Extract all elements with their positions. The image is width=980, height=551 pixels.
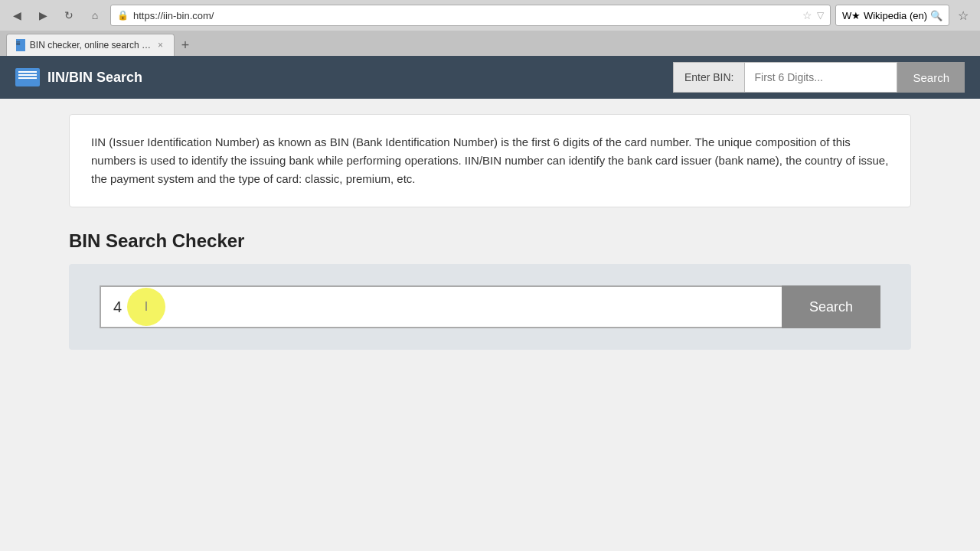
info-text: IIN (Issuer Identification Number) as kn… [91, 133, 889, 188]
header-search: Enter BIN: Search [673, 62, 965, 93]
site-header: IIN/BIN Search Enter BIN: Search [0, 56, 980, 99]
address-bar[interactable]: 🔒 https://iin-bin.com/ ☆ ▽ [110, 5, 831, 26]
active-tab[interactable]: ≡ BIN checker, online search IIN list lo… [6, 34, 175, 56]
section-title: BIN Search Checker [69, 230, 911, 252]
home-button[interactable]: ⌂ [84, 5, 106, 26]
main-content: IIN (Issuer Identification Number) as kn… [0, 99, 980, 365]
site-title: IIN/BIN Search [47, 70, 142, 86]
bin-search-button[interactable]: Search [782, 285, 880, 328]
bin-search-row: I Search [100, 285, 880, 328]
back-button[interactable]: ◀ [6, 5, 28, 26]
page-content: IIN/BIN Search Enter BIN: Search IIN (Is… [0, 56, 980, 551]
site-logo: IIN/BIN Search [15, 68, 142, 86]
bookmark-star-icon[interactable]: ☆ [802, 9, 812, 21]
enter-bin-label: Enter BIN: [673, 62, 745, 93]
header-search-button[interactable]: Search [897, 62, 965, 93]
extension-icon-button[interactable]: ☆ [952, 5, 974, 26]
search-box-area: I Search [69, 264, 911, 350]
forward-button[interactable]: ▶ [32, 5, 54, 26]
right-toolbar: W★ Wikipedia (en) 🔍 ☆ [835, 5, 974, 26]
tab-title: BIN checker, online search IIN list look… [30, 40, 152, 51]
tab-close-button[interactable]: × [156, 40, 165, 51]
bin-main-input[interactable] [100, 285, 782, 328]
browser-chrome: ◀ ▶ ↻ ⌂ 🔒 https://iin-bin.com/ ☆ ▽ W★ Wi… [0, 0, 980, 56]
search-icon: 🔍 [930, 10, 942, 21]
wikipedia-button[interactable]: W★ Wikipedia (en) 🔍 [835, 5, 949, 26]
new-tab-button[interactable]: + [175, 34, 196, 56]
tab-bar: ≡ BIN checker, online search IIN list lo… [0, 31, 980, 56]
dropdown-arrow-icon[interactable]: ▽ [817, 10, 824, 21]
tab-favicon: ≡ [16, 39, 25, 51]
header-bin-input[interactable] [744, 62, 897, 93]
browser-toolbar: ◀ ▶ ↻ ⌂ 🔒 https://iin-bin.com/ ☆ ▽ W★ Wi… [0, 0, 980, 31]
address-url: https://iin-bin.com/ [133, 10, 798, 21]
wikipedia-label: W★ Wikipedia (en) [842, 10, 927, 21]
bin-input-wrapper: I [100, 285, 782, 328]
logo-icon [15, 68, 40, 86]
ssl-lock-icon: 🔒 [117, 10, 129, 21]
reload-button[interactable]: ↻ [58, 5, 80, 26]
info-box: IIN (Issuer Identification Number) as kn… [69, 114, 911, 207]
